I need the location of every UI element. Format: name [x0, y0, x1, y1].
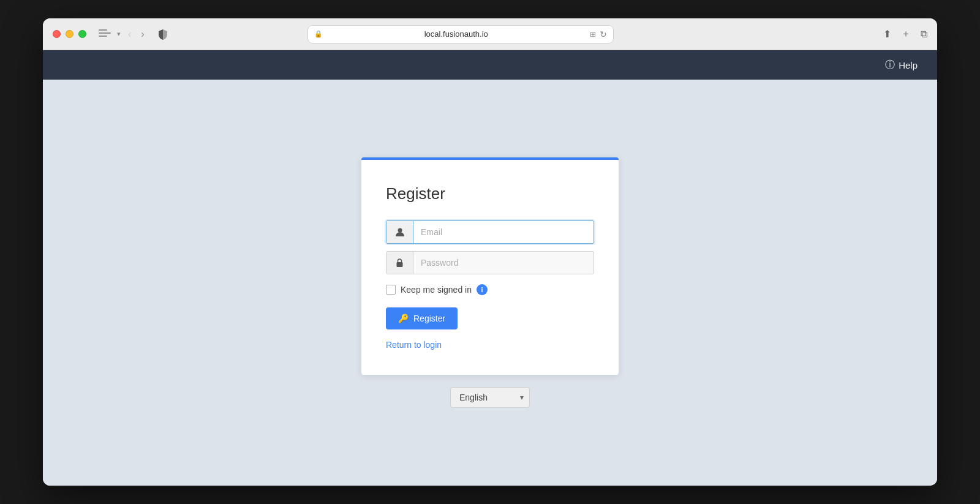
keep-signed-checkbox[interactable] — [386, 285, 396, 295]
page-content: Register — [43, 80, 937, 486]
browser-toolbar-right: ⬆ ＋ ⧉ — [883, 28, 927, 40]
help-circle-icon: ⓘ — [885, 59, 895, 72]
language-select[interactable]: English Spanish French German — [450, 387, 530, 408]
traffic-lights — [53, 30, 86, 38]
register-button-label: Register — [413, 314, 445, 323]
browser-titlebar: ▾ ‹ › 🔒 local.fusionauth.io ⊞ ↻ ⬆ ＋ ⧉ — [43, 18, 937, 50]
password-input-group — [386, 251, 594, 274]
page-title: Register — [386, 184, 594, 203]
lock-icon: 🔒 — [314, 30, 323, 38]
email-input-group — [386, 220, 594, 244]
svg-rect-1 — [397, 262, 403, 267]
language-dropdown: English Spanish French German — [450, 387, 530, 408]
forward-button[interactable]: › — [138, 28, 146, 41]
minimize-button[interactable] — [66, 30, 74, 38]
return-to-login-link[interactable]: Return to login — [386, 340, 442, 350]
translate-icon: ⊞ — [590, 30, 596, 39]
register-button[interactable]: 🔑 Register — [386, 307, 458, 329]
language-select-wrap: English Spanish French German — [450, 387, 530, 408]
keep-signed-label: Keep me signed in — [401, 285, 472, 295]
key-icon: 🔑 — [398, 314, 409, 323]
browser-controls: ▾ ‹ › — [99, 28, 147, 41]
back-button[interactable]: ‹ — [126, 28, 134, 41]
shield-icon — [157, 28, 169, 40]
browser-window: ▾ ‹ › 🔒 local.fusionauth.io ⊞ ↻ ⬆ ＋ ⧉ ⓘ … — [43, 18, 937, 486]
share-icon[interactable]: ⬆ — [883, 28, 891, 40]
url-text: local.fusionauth.io — [326, 29, 586, 39]
help-label: Help — [899, 60, 918, 70]
email-input[interactable] — [413, 221, 594, 243]
register-card: Register — [361, 157, 619, 375]
chevron-down-icon: ▾ — [117, 30, 121, 38]
sidebar-toggle-button[interactable] — [99, 29, 111, 39]
address-bar[interactable]: 🔒 local.fusionauth.io ⊞ ↻ — [307, 25, 614, 43]
help-button[interactable]: ⓘ Help — [878, 54, 925, 77]
keep-signed-row: Keep me signed in i — [386, 284, 594, 295]
close-button[interactable] — [53, 30, 61, 38]
info-icon[interactable]: i — [477, 284, 488, 295]
tabs-icon[interactable]: ⧉ — [921, 29, 927, 40]
lock-field-icon — [386, 252, 413, 274]
maximize-button[interactable] — [78, 30, 86, 38]
new-tab-icon[interactable]: ＋ — [901, 28, 911, 40]
user-icon — [386, 221, 413, 243]
help-bar: ⓘ Help — [43, 50, 937, 80]
svg-point-0 — [398, 228, 402, 233]
password-input[interactable] — [413, 252, 594, 274]
refresh-icon[interactable]: ↻ — [600, 29, 607, 39]
